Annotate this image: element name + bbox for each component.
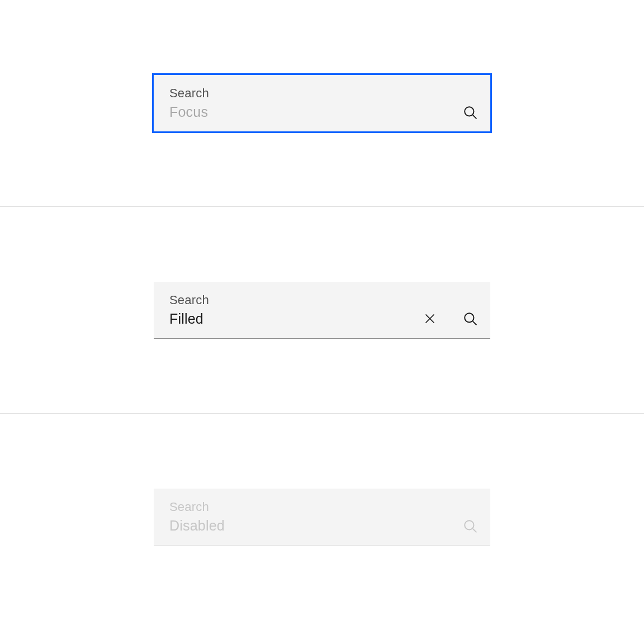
search-label: Search xyxy=(169,500,478,514)
svg-point-0 xyxy=(465,107,473,116)
svg-line-1 xyxy=(473,115,477,119)
search-field-filled[interactable]: Search Filled xyxy=(154,282,490,339)
svg-point-4 xyxy=(465,313,473,322)
search-field-focus[interactable]: Search Focus xyxy=(154,75,490,131)
search-input: Disabled xyxy=(169,518,457,534)
svg-point-6 xyxy=(465,520,473,529)
search-icon[interactable] xyxy=(462,105,478,120)
svg-line-7 xyxy=(473,528,477,532)
search-label: Search xyxy=(169,86,478,101)
search-icon[interactable] xyxy=(462,311,478,326)
search-label: Search xyxy=(169,293,478,307)
search-input[interactable]: Filled xyxy=(169,311,416,327)
close-icon[interactable] xyxy=(422,311,438,326)
search-field-disabled: Search Disabled xyxy=(154,489,490,546)
search-input[interactable]: Focus xyxy=(169,104,457,120)
svg-line-5 xyxy=(473,321,477,325)
search-icon xyxy=(462,518,478,534)
